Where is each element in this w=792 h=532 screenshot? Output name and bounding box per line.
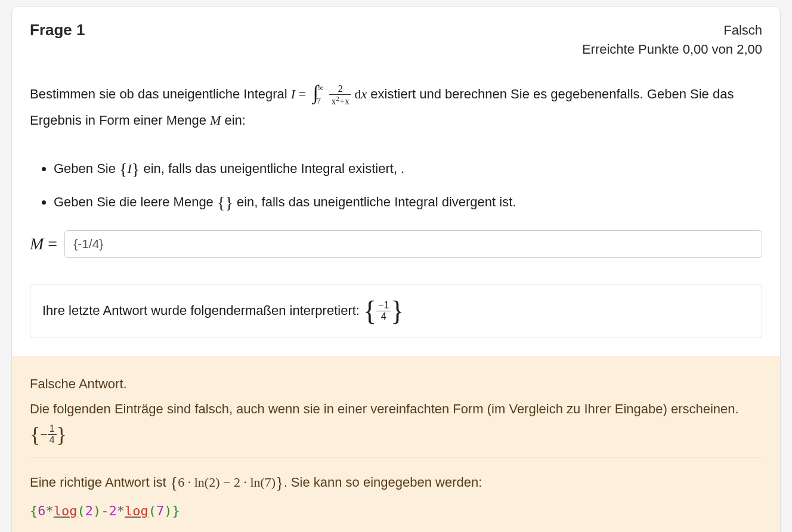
instruction-item-divergent: Geben Sie die leere Menge {} ein, falls …	[54, 187, 762, 218]
question-score: Erreichte Punkte 0,00 von 2,00	[582, 40, 762, 59]
question-status: Falsch	[582, 21, 762, 40]
correct-answer-math: {6 · ln(2) − 2 · ln(7)}	[170, 475, 284, 490]
answer-row: M =	[30, 230, 762, 258]
instruction-item-exists: Geben Sie {I} ein, falls das uneigentlic…	[54, 154, 762, 185]
question-body: Bestimmen sie ob das uneigentliche Integ…	[12, 82, 780, 356]
question-card: Frage 1 Falsch Erreichte Punkte 0,00 von…	[11, 6, 781, 532]
feedback-explain: Die folgenden Einträge sind falsch, auch…	[30, 397, 762, 447]
instruction-list: Geben Sie {I} ein, falls das uneigentlic…	[30, 154, 762, 218]
question-header: Frage 1 Falsch Erreichte Punkte 0,00 von…	[12, 7, 780, 65]
feedback-wrong-set: {− 14}	[30, 422, 67, 447]
correct-answer-code: {6*log(2)-2*log(7)}	[30, 499, 762, 524]
interpretation-box: Ihre letzte Antwort wurde folgendermaßen…	[30, 284, 762, 338]
feedback-correct: Eine richtige Antwort ist {6 · ln(2) − 2…	[30, 467, 762, 499]
answer-label: M =	[30, 234, 57, 253]
prompt-M: M	[210, 113, 221, 128]
interpretation-text: Ihre letzte Antwort wurde folgendermaßen…	[42, 303, 360, 318]
prompt-text-1: Bestimmen sie ob das uneigentliche Integ…	[30, 86, 291, 101]
formula-integral: I = ∫∞7 2x2+x dx	[291, 86, 367, 101]
question-title: Frage 1	[30, 21, 85, 39]
integrand-fraction: 2x2+x	[329, 83, 351, 107]
feedback-panel: Falsche Antwort. Die folgenden Einträge …	[12, 356, 780, 532]
feedback-wrong-label: Falsche Antwort.	[30, 372, 762, 397]
answer-input[interactable]	[64, 230, 762, 258]
integral-sign: ∫∞7	[313, 82, 318, 108]
interpretation-set: { −14 }	[363, 299, 404, 323]
prompt-text-3: ein:	[221, 113, 246, 128]
question-meta: Falsch Erreichte Punkte 0,00 von 2,00	[582, 21, 762, 59]
question-prompt: Bestimmen sie ob das uneigentliche Integ…	[30, 82, 762, 134]
feedback-divider	[30, 457, 762, 457]
